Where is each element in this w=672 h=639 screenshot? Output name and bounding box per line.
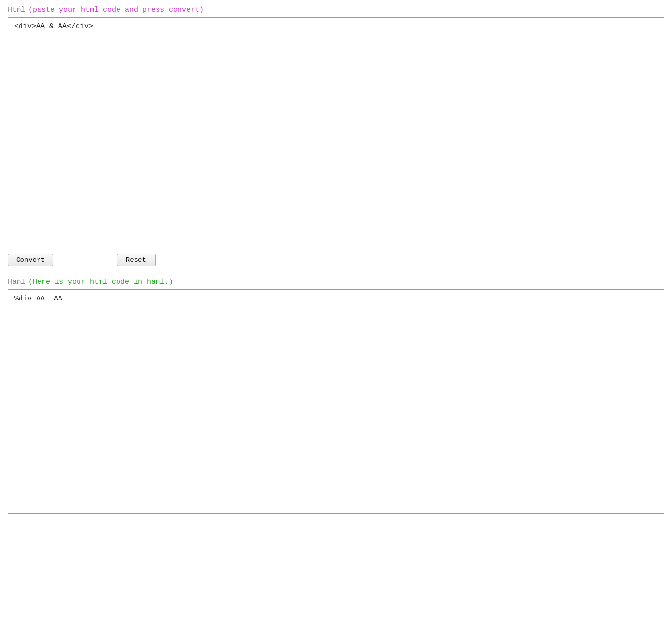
html-section-label: Html (paste your html code and press con… bbox=[8, 6, 664, 14]
convert-button[interactable]: Convert bbox=[8, 254, 53, 266]
buttons-row: Convert Reset bbox=[8, 254, 664, 266]
reset-button[interactable]: Reset bbox=[117, 254, 156, 266]
html-description: (paste your html code and press convert) bbox=[28, 6, 204, 14]
haml-description: (Here is your html code in haml.) bbox=[28, 278, 173, 286]
haml-section: Haml (Here is your html code in haml.) bbox=[8, 278, 664, 516]
haml-output[interactable] bbox=[8, 289, 664, 514]
html-keyword: Html bbox=[8, 6, 25, 14]
haml-section-label: Haml (Here is your html code in haml.) bbox=[8, 278, 664, 286]
html-input[interactable] bbox=[8, 17, 664, 241]
haml-keyword: Haml bbox=[8, 278, 25, 286]
